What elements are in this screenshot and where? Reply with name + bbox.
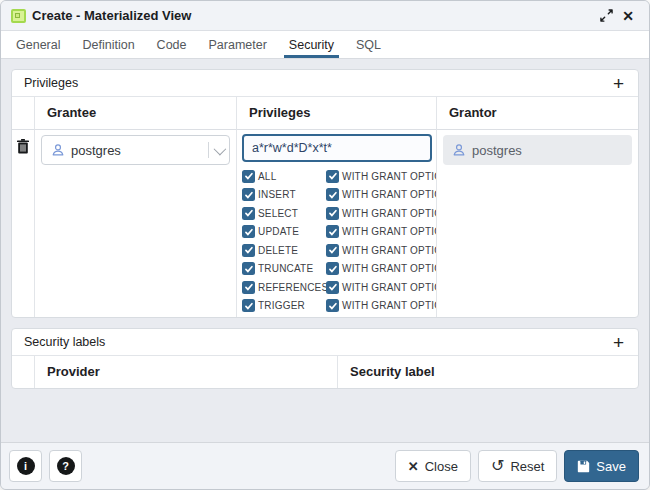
grant-option-label: WITH GRANT OPTION	[342, 282, 437, 293]
close-button-label: Close	[425, 459, 458, 474]
checkbox-truncate-grant-option[interactable]	[326, 262, 339, 275]
privilege-row-select: SELECT WITH GRANT OPTION	[242, 204, 436, 223]
privileges-cell: ALL WITH GRANT OPTION INSERT	[237, 130, 437, 317]
tab-definition[interactable]: Definition	[71, 31, 145, 58]
tab-parameter[interactable]: Parameter	[198, 31, 278, 58]
trash-icon	[17, 139, 29, 154]
select-separator	[208, 142, 209, 158]
grant-option-label: WITH GRANT OPTION	[342, 171, 437, 182]
checkbox-select-grant-option[interactable]	[326, 207, 339, 220]
expand-icon	[600, 9, 613, 22]
delete-row-button[interactable]	[17, 139, 29, 157]
dialog-title: Create - Materialized View	[32, 8, 191, 23]
user-icon	[51, 143, 65, 157]
privilege-row-update: UPDATE WITH GRANT OPTION	[242, 223, 436, 242]
privileges-string-input[interactable]	[242, 134, 432, 162]
info-button[interactable]: i	[9, 450, 42, 482]
tab-sql[interactable]: SQL	[345, 31, 392, 58]
security-labels-section-title: Security labels	[24, 335, 105, 349]
save-button[interactable]: Save	[564, 450, 639, 482]
create-materialized-view-dialog: Create - Materialized View ✕ General Def…	[0, 0, 650, 490]
privilege-label: DELETE	[258, 245, 298, 256]
dialog-footer: i ? ✕ Close ↺ Reset Save	[1, 442, 649, 489]
column-header-provider: Provider	[35, 356, 338, 388]
column-header-actions	[12, 97, 35, 130]
grant-option-label: WITH GRANT OPTION	[342, 208, 437, 219]
reset-button-label: Reset	[510, 459, 544, 474]
privilege-row-delete: DELETE WITH GRANT OPTION	[242, 241, 436, 260]
column-header-grantor: Grantor	[437, 97, 638, 130]
grantee-cell: postgres	[35, 130, 237, 317]
grant-option-label: WITH GRANT OPTION	[342, 263, 437, 274]
close-icon: ✕	[408, 459, 419, 474]
privileges-section-header: Privileges +	[12, 70, 638, 97]
expand-button[interactable]	[595, 5, 617, 27]
grantee-value: postgres	[71, 143, 203, 158]
checkbox-delete[interactable]	[242, 244, 255, 257]
grant-option-label: WITH GRANT OPTION	[342, 226, 437, 237]
checkbox-trigger-grant-option[interactable]	[326, 299, 339, 312]
add-privilege-button[interactable]: +	[611, 74, 626, 93]
grantee-select[interactable]: postgres	[41, 135, 230, 165]
checkbox-references[interactable]	[242, 281, 255, 294]
privilege-label: SELECT	[258, 208, 298, 219]
help-icon: ?	[57, 457, 75, 475]
privilege-row-truncate: TRUNCATE WITH GRANT OPTION	[242, 260, 436, 279]
grant-option-label: WITH GRANT OPTION	[342, 189, 437, 200]
security-labels-grid: Provider Security label	[12, 356, 638, 388]
close-dialog-button[interactable]: ✕ Close	[395, 450, 471, 482]
checkbox-all-grant-option[interactable]	[326, 170, 339, 183]
titlebar: Create - Materialized View ✕	[1, 1, 649, 31]
privilege-label: UPDATE	[258, 226, 299, 237]
user-icon	[452, 143, 466, 157]
grantor-value: postgres	[472, 143, 522, 158]
checkbox-update[interactable]	[242, 225, 255, 238]
help-button[interactable]: ?	[49, 450, 82, 482]
save-button-label: Save	[596, 459, 626, 474]
checkbox-insert[interactable]	[242, 188, 255, 201]
privileges-grid: Grantee Privileges Grantor	[12, 97, 638, 317]
security-tab-panel: Privileges + Grantee Privileges Grantor	[1, 59, 649, 442]
add-security-label-button[interactable]: +	[611, 333, 626, 352]
grant-option-label: WITH GRANT OPTION	[342, 245, 437, 256]
privilege-row-insert: INSERT WITH GRANT OPTION	[242, 186, 436, 205]
checkbox-delete-grant-option[interactable]	[326, 244, 339, 257]
tabbar: General Definition Code Parameter Securi…	[1, 31, 649, 59]
privilege-label: TRIGGER	[258, 300, 305, 311]
column-header-security-label: Security label	[338, 356, 638, 388]
tab-code[interactable]: Code	[146, 31, 198, 58]
checkbox-truncate[interactable]	[242, 262, 255, 275]
grantor-readonly-field: postgres	[443, 135, 632, 165]
grant-option-label: WITH GRANT OPTION	[342, 300, 437, 311]
chevron-down-icon	[214, 142, 227, 155]
privilege-row-references: REFERENCES WITH GRANT OPTION	[242, 278, 436, 297]
checkbox-update-grant-option[interactable]	[326, 225, 339, 238]
checkbox-all[interactable]	[242, 170, 255, 183]
reset-icon: ↺	[491, 458, 504, 474]
privileges-section-title: Privileges	[24, 76, 78, 90]
tab-general[interactable]: General	[5, 31, 71, 58]
privileges-section: Privileges + Grantee Privileges Grantor	[11, 69, 639, 318]
close-icon: ✕	[622, 8, 634, 24]
privilege-label: TRUNCATE	[258, 263, 313, 274]
checkbox-references-grant-option[interactable]	[326, 281, 339, 294]
column-header-privileges: Privileges	[237, 97, 437, 130]
checkbox-trigger[interactable]	[242, 299, 255, 312]
privilege-label: INSERT	[258, 189, 296, 200]
row-actions-cell	[12, 130, 35, 317]
privilege-checkbox-list: ALL WITH GRANT OPTION INSERT	[242, 167, 436, 315]
privilege-row-trigger: TRIGGER WITH GRANT OPTION	[242, 297, 436, 316]
checkbox-select[interactable]	[242, 207, 255, 220]
privilege-row-all: ALL WITH GRANT OPTION	[242, 167, 436, 186]
security-labels-section: Security labels + Provider Security labe…	[11, 328, 639, 389]
tab-security[interactable]: Security	[278, 31, 345, 58]
checkbox-insert-grant-option[interactable]	[326, 188, 339, 201]
close-button[interactable]: ✕	[617, 5, 639, 27]
column-header-actions	[12, 356, 35, 388]
privilege-label: REFERENCES	[258, 282, 328, 293]
security-labels-section-header: Security labels +	[12, 329, 638, 356]
materialized-view-icon	[11, 9, 26, 23]
privilege-label: ALL	[258, 171, 276, 182]
reset-button[interactable]: ↺ Reset	[478, 450, 557, 482]
info-icon: i	[17, 457, 35, 475]
